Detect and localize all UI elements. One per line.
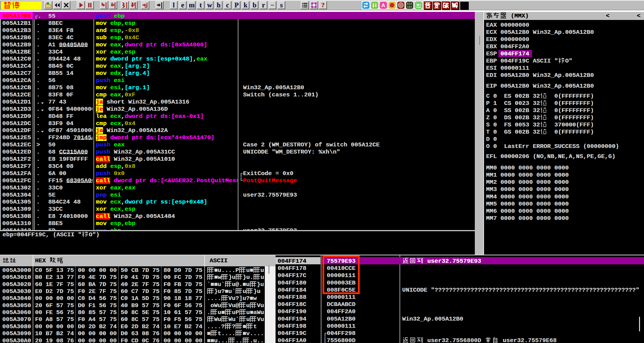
svg-text:010: 010 xyxy=(407,2,412,5)
svg-text:101: 101 xyxy=(407,5,412,9)
svg-text:A: A xyxy=(381,2,385,8)
